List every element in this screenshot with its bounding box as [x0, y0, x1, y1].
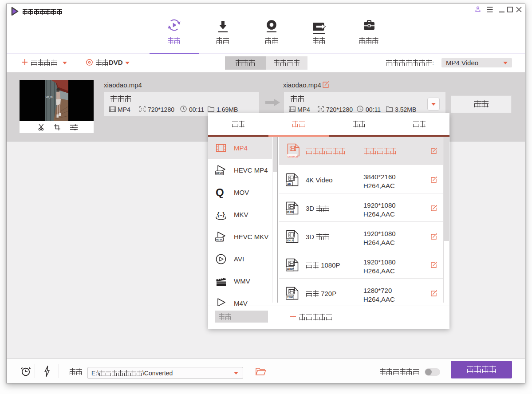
svg-text:4K: 4K: [287, 182, 291, 185]
svg-text:source: source: [288, 154, 299, 158]
svg-text:720P: 720P: [287, 296, 293, 299]
svg-text:3D LR: 3D LR: [287, 239, 294, 242]
svg-text:1080P: 1080P: [287, 268, 294, 270]
svg-text:3D RB: 3D RB: [286, 211, 294, 213]
svg-text:VID_20: VID_20: [46, 96, 53, 98]
svg-text:HEVC: HEVC: [216, 172, 224, 174]
svg-text:HEVC: HEVC: [216, 238, 224, 241]
svg-text:{..}: {..}: [217, 211, 225, 217]
